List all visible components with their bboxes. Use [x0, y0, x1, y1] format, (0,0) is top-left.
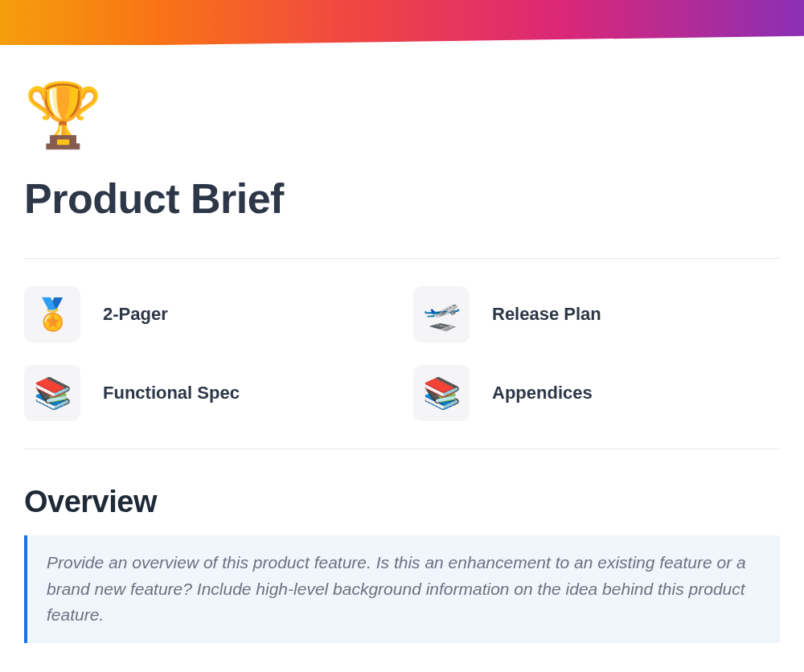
- quick-link-functional-spec[interactable]: 📚 Functional Spec: [24, 365, 391, 421]
- airplane-icon: 🛫: [413, 286, 470, 342]
- books-icon: 📚: [24, 365, 80, 421]
- books-icon: 📚: [413, 365, 470, 421]
- quick-link-label: 2-Pager: [103, 304, 168, 325]
- quick-link-label: Functional Spec: [103, 383, 240, 404]
- page-content: 🏆 Product Brief 🏅 2-Pager 🛫 Release Plan…: [0, 45, 804, 643]
- page-title: Product Brief: [24, 174, 780, 223]
- divider: [24, 449, 780, 449]
- overview-callout: Provide an overview of this product feat…: [24, 535, 780, 643]
- header-banner: [0, 0, 804, 45]
- quick-link-label: Appendices: [492, 383, 593, 404]
- quick-link-2-pager[interactable]: 🏅 2-Pager: [24, 286, 391, 342]
- trophy-icon: 🏆: [24, 84, 780, 146]
- quick-link-appendices[interactable]: 📚 Appendices: [413, 365, 780, 421]
- medal-icon: 🏅: [24, 286, 80, 342]
- quick-link-release-plan[interactable]: 🛫 Release Plan: [413, 286, 780, 342]
- overview-body: Provide an overview of this product feat…: [47, 553, 746, 624]
- quick-link-label: Release Plan: [492, 304, 601, 325]
- quick-links-grid: 🏅 2-Pager 🛫 Release Plan 📚 Functional Sp…: [24, 259, 780, 449]
- overview-heading: Overview: [24, 485, 780, 519]
